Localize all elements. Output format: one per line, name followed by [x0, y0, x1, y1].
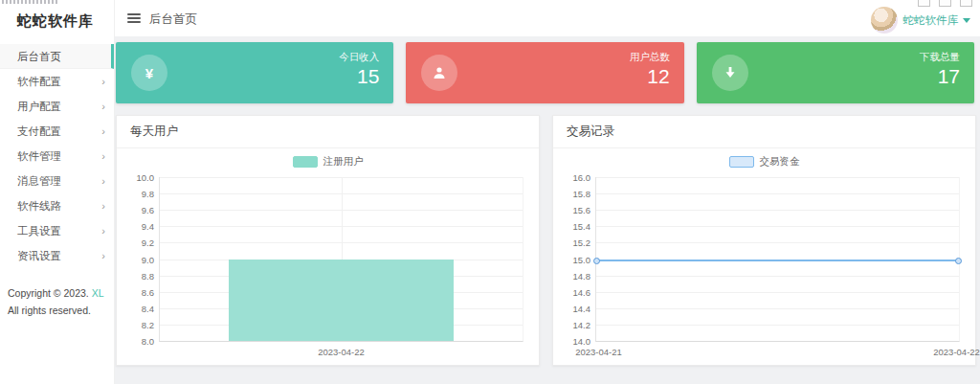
gridline	[596, 276, 959, 277]
stat-card-label: 今日收入	[339, 51, 379, 64]
caret-down-icon	[963, 18, 970, 23]
legend-swatch	[729, 156, 754, 168]
y-tick-label: 15.2	[556, 237, 590, 248]
sidebar-item-消息管理[interactable]: 消息管理›	[0, 169, 114, 193]
stat-card-label: 用户总数	[630, 51, 670, 64]
stat-card-meta: 用户总数12	[630, 51, 670, 89]
transactions-chart: 交易资金16.015.815.615.415.215.014.814.614.4…	[553, 148, 975, 365]
gridline	[596, 177, 959, 178]
stat-card-meta: 下载总量17	[920, 51, 960, 89]
y-tick-label: 14.0	[556, 336, 590, 347]
stat-card-label: 下载总量	[920, 51, 960, 64]
y-tick-label: 9.2	[120, 237, 154, 248]
sidebar-item-用户配置[interactable]: 用户配置›	[0, 94, 114, 119]
avatar[interactable]	[871, 7, 898, 34]
minimize-window-button[interactable]	[918, 0, 930, 7]
y-tick-label: 15.8	[556, 189, 590, 199]
chevron-right-icon: ›	[101, 193, 105, 218]
gridline	[596, 193, 959, 194]
gridline	[596, 226, 959, 227]
chevron-right-icon: ›	[101, 144, 105, 169]
gridline	[596, 292, 959, 293]
y-tick-label: 15.6	[556, 205, 590, 215]
y-tick-label: 8.2	[120, 319, 154, 329]
gridline	[596, 325, 959, 326]
sidebar-item-label: 软件管理	[17, 150, 61, 162]
y-tick-label: 8.0	[120, 336, 154, 347]
y-tick-label: 9.0	[120, 254, 154, 264]
x-tick-label: 2023-04-21	[575, 347, 622, 357]
chart-plot: 16.015.815.615.415.215.014.814.614.414.2…	[595, 177, 960, 342]
sidebar-item-工具设置[interactable]: 工具设置›	[0, 218, 114, 243]
close-window-button[interactable]	[960, 0, 972, 7]
y-tick-label: 14.2	[556, 319, 590, 329]
y-tick-label: 15.4	[556, 221, 590, 232]
chart-panels-row: 每天用户 注册用户10.09.89.69.49.29.08.88.68.48.2…	[116, 115, 976, 366]
y-tick-label: 9.6	[120, 205, 154, 215]
sidebar-item-支付配置[interactable]: 支付配置›	[0, 119, 114, 144]
sidebar-item-label: 用户配置	[17, 101, 61, 112]
data-line-transactions[interactable]	[596, 260, 959, 261]
y-tick-label: 9.4	[120, 221, 154, 232]
breadcrumb: 后台首页	[149, 11, 197, 28]
panel-title: 交易记录	[553, 116, 975, 148]
y-tick-label: 9.8	[120, 189, 154, 199]
sidebar-nav: 后台首页软件配置›用户配置›支付配置›软件管理›消息管理›软件线路›工具设置›资…	[0, 44, 114, 268]
chevron-right-icon: ›	[101, 94, 105, 119]
sidebar-item-label: 工具设置	[17, 225, 61, 237]
maximize-window-button[interactable]	[939, 0, 951, 7]
chevron-right-icon: ›	[101, 243, 105, 268]
copyright-brand-link[interactable]: XL	[92, 287, 103, 299]
stat-card-用户总数[interactable]: 用户总数12	[406, 42, 683, 103]
stat-card-今日收入[interactable]: ¥今日收入15	[116, 42, 393, 103]
sidebar-item-label: 支付配置	[17, 125, 61, 137]
daily-users-chart: 注册用户10.09.89.69.49.29.08.88.68.48.28.020…	[117, 148, 539, 365]
data-point-marker[interactable]	[593, 258, 600, 264]
sidebar-item-label: 软件配置	[17, 76, 61, 87]
chevron-right-icon: ›	[101, 69, 105, 94]
chart-legend: 交易资金	[553, 155, 975, 169]
yen-icon: ¥	[131, 55, 167, 91]
sidebar-item-label: 软件线路	[17, 200, 61, 212]
copyright-prefix: Copyright © 2023.	[8, 287, 89, 299]
sidebar-item-软件管理[interactable]: 软件管理›	[0, 144, 114, 169]
user-menu[interactable]: 蛇蛇软件库	[871, 7, 971, 34]
y-tick-label: 8.4	[120, 303, 154, 313]
chevron-right-icon: ›	[101, 119, 105, 144]
panel-daily-users: 每天用户 注册用户10.09.89.69.49.29.08.88.68.48.2…	[116, 115, 540, 366]
bar-registered-users[interactable]	[229, 260, 454, 342]
sidebar-item-软件配置[interactable]: 软件配置›	[0, 69, 114, 94]
stat-card-value: 12	[630, 64, 670, 89]
gridline	[596, 308, 959, 309]
sidebar-item-软件线路[interactable]: 软件线路›	[0, 193, 114, 218]
chart-plot: 10.09.89.69.49.29.08.88.68.48.28.02023-0…	[159, 177, 523, 342]
y-tick-label: 8.8	[120, 270, 154, 281]
stat-card-下载总量[interactable]: 下载总量17	[697, 42, 974, 103]
gridline	[596, 210, 959, 211]
legend-label: 交易资金	[760, 155, 800, 169]
download-icon	[712, 55, 748, 91]
y-tick-label: 16.0	[556, 172, 590, 183]
panel-transactions: 交易记录 交易资金16.015.815.615.415.215.014.814.…	[552, 115, 976, 366]
stat-card-value: 15	[339, 64, 379, 89]
y-tick-label: 15.0	[556, 254, 590, 264]
admin-dashboard: 蛇蛇软件库 后台首页软件配置›用户配置›支付配置›软件管理›消息管理›软件线路›…	[0, 0, 980, 384]
y-tick-label: 14.4	[556, 303, 590, 313]
chart-legend: 注册用户	[117, 155, 539, 169]
stat-card-meta: 今日收入15	[339, 51, 379, 89]
x-tick-label: 2023-04-22	[933, 347, 980, 357]
sidebar-item-资讯设置[interactable]: 资讯设置›	[0, 243, 114, 268]
data-point-marker[interactable]	[955, 258, 962, 264]
stat-cards-row: ¥今日收入15用户总数12下载总量17	[116, 42, 974, 103]
x-tick-label: 2023-04-22	[318, 347, 365, 357]
sidebar-item-label: 后台首页	[17, 51, 61, 62]
top-header: 后台首页 蛇蛇软件库	[115, 0, 980, 36]
clipped-page-title-text	[2, 0, 57, 4]
user-icon	[421, 55, 457, 91]
user-name: 蛇蛇软件库	[903, 13, 959, 28]
sidebar-item-label: 资讯设置	[17, 250, 61, 261]
chevron-right-icon: ›	[101, 169, 105, 193]
sidebar-item-后台首页[interactable]: 后台首页	[0, 44, 114, 69]
panel-title: 每天用户	[117, 116, 539, 148]
menu-toggle-icon[interactable]	[127, 13, 141, 23]
